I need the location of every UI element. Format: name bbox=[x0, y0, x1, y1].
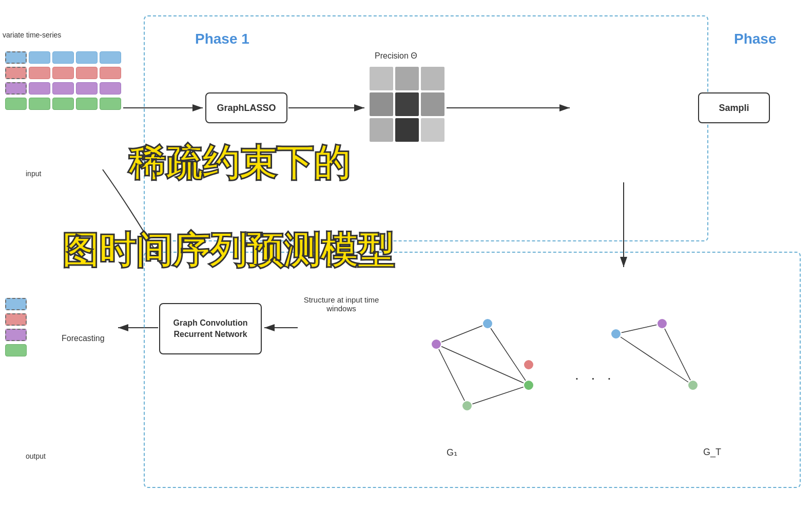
ts-cell bbox=[5, 67, 27, 79]
svg-point-16 bbox=[524, 380, 534, 390]
pm-cell-7 bbox=[395, 118, 419, 142]
timeseries-input-bottom bbox=[5, 298, 27, 356]
chinese-title-1: 稀疏约束下的 bbox=[128, 139, 350, 188]
dots-separator: · · · bbox=[575, 370, 615, 386]
ts-cell bbox=[100, 98, 121, 110]
ts-row-red-bottom bbox=[5, 313, 27, 326]
svg-line-8 bbox=[436, 344, 467, 406]
gcrn-line2: Recurrent Network bbox=[173, 329, 248, 340]
series-label: variate time-series bbox=[3, 31, 61, 39]
ts-cell bbox=[5, 82, 27, 95]
ts-cell bbox=[52, 67, 74, 79]
g1-label: G₁ bbox=[447, 447, 457, 458]
ts-cell bbox=[52, 98, 74, 110]
svg-line-7 bbox=[436, 324, 488, 344]
ts-row-purple bbox=[5, 82, 121, 95]
graphlasso-box: GraphLASSO bbox=[205, 92, 287, 123]
ts-cell bbox=[5, 329, 27, 341]
ts-row-green bbox=[5, 98, 121, 110]
ts-cell bbox=[100, 67, 121, 79]
output-label: output bbox=[26, 452, 46, 460]
sampling-box: Sampli bbox=[698, 92, 770, 123]
ts-cell bbox=[5, 98, 27, 110]
svg-point-13 bbox=[524, 360, 534, 370]
svg-point-12 bbox=[482, 318, 493, 329]
svg-line-10 bbox=[467, 385, 529, 406]
ts-cell bbox=[100, 82, 121, 95]
ts-cell bbox=[29, 98, 50, 110]
ts-row-blue bbox=[5, 51, 121, 64]
ts-cell bbox=[29, 67, 50, 79]
pm-cell-2 bbox=[421, 67, 444, 90]
ts-cell bbox=[100, 51, 121, 64]
pm-cell-1 bbox=[395, 67, 419, 90]
ts-cell bbox=[52, 51, 74, 64]
gcrn-line1: Graph Convolution bbox=[173, 317, 248, 329]
ts-row-blue-bottom bbox=[5, 298, 27, 310]
ts-row-green-bottom bbox=[5, 344, 27, 356]
gcrn-box: Graph Convolution Recurrent Network bbox=[159, 303, 262, 354]
ts-cell bbox=[5, 313, 27, 326]
ts-cell bbox=[29, 82, 50, 95]
pm-cell-0 bbox=[370, 67, 393, 90]
ts-row-red bbox=[5, 67, 121, 79]
pm-cell-6 bbox=[370, 118, 393, 142]
input-label-top: input bbox=[26, 170, 41, 178]
phase2-label: Phase bbox=[734, 31, 777, 47]
svg-line-18 bbox=[662, 324, 693, 385]
pm-cell-8 bbox=[421, 118, 444, 142]
timeseries-input-top bbox=[5, 51, 121, 110]
svg-line-19 bbox=[616, 334, 693, 385]
svg-point-21 bbox=[657, 318, 667, 329]
pm-cell-5 bbox=[421, 92, 444, 116]
precision-matrix bbox=[370, 67, 444, 142]
svg-point-14 bbox=[431, 339, 441, 349]
ts-cell bbox=[52, 82, 74, 95]
svg-point-15 bbox=[462, 401, 472, 411]
ts-cell bbox=[76, 82, 98, 95]
pm-cell-4 bbox=[395, 92, 419, 116]
ts-cell bbox=[5, 298, 27, 310]
ts-row-purple-bottom bbox=[5, 329, 27, 341]
chinese-title-2: 图时间序列预测模型 bbox=[62, 226, 394, 275]
gt-label: G_T bbox=[703, 447, 721, 458]
ts-cell bbox=[76, 98, 98, 110]
graph-visualization bbox=[385, 303, 719, 467]
structure-label: Structure at input time windows bbox=[303, 295, 380, 313]
forecasting-label: Forecasting bbox=[62, 334, 105, 343]
ts-cell bbox=[29, 51, 50, 64]
ts-cell bbox=[5, 344, 27, 356]
precision-label: Precision Θ bbox=[375, 51, 417, 61]
ts-cell bbox=[76, 51, 98, 64]
svg-point-22 bbox=[688, 380, 698, 390]
phase1-label: Phase 1 bbox=[195, 31, 249, 47]
ts-cell bbox=[76, 67, 98, 79]
svg-line-17 bbox=[616, 324, 662, 334]
ts-cell bbox=[5, 51, 27, 64]
pm-cell-3 bbox=[370, 92, 393, 116]
svg-point-20 bbox=[611, 329, 621, 339]
